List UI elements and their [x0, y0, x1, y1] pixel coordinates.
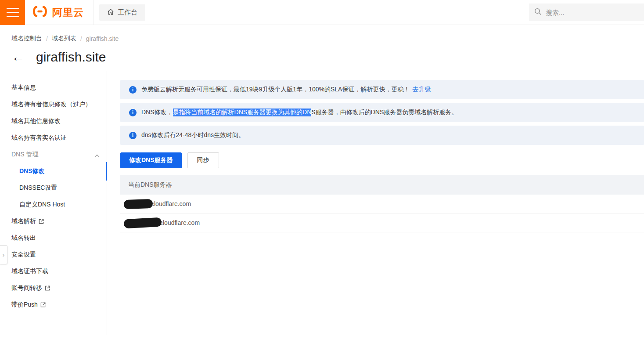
sidebar-item-account-transfer[interactable]: 账号间转移: [0, 280, 107, 297]
breadcrumb-domain-console[interactable]: 域名控制台: [11, 35, 42, 43]
sidebar-item-real-name-verification[interactable]: 域名持有者实名认证: [0, 130, 107, 146]
main-content: i 免费版云解析无服务可用性保证，最低19块9升级个人版1年，100%的SLA保…: [107, 71, 644, 335]
sidebar-item-domain-transfer-out[interactable]: 域名转出: [0, 230, 107, 246]
alert-text-selected: 是指将当前域名的解析DNS服务器更换为其他的DN: [173, 109, 312, 116]
breadcrumb-current: giraffish.site: [86, 35, 119, 42]
external-link-icon: [39, 219, 44, 224]
search-box[interactable]: [529, 4, 644, 21]
external-link-icon: [40, 302, 46, 307]
aliyun-logo[interactable]: 阿里云: [25, 0, 94, 25]
sidebar-item-label: 域名持有者信息修改（过户）: [11, 101, 91, 109]
sidebar-item-holder-info-transfer[interactable]: 域名持有者信息修改（过户）: [0, 96, 107, 113]
sync-button[interactable]: 同步: [187, 152, 219, 168]
content-area: 基本信息 域名持有者信息修改（过户） 域名其他信息修改 域名持有者实名认证 DN…: [0, 71, 644, 335]
back-arrow-icon[interactable]: ←: [11, 51, 25, 63]
sidebar-collapse-handle[interactable]: ›: [0, 245, 7, 264]
sidebar-item-dnssec-settings[interactable]: DNSSEC设置: [0, 180, 107, 196]
info-icon: i: [129, 132, 137, 139]
info-alert-upgrade: i 免费版云解析无服务可用性保证，最低19块9升级个人版1年，100%的SLA保…: [120, 80, 644, 99]
dns-server-value: cloudflare.com: [160, 219, 200, 226]
info-icon: i: [129, 109, 137, 116]
topbar: 阿里云 工作台: [0, 0, 644, 25]
sidebar-item-label: DNSSEC设置: [19, 184, 57, 192]
workbench-label: 工作台: [118, 8, 137, 17]
upgrade-link[interactable]: 去升级: [412, 86, 431, 94]
sidebar-item-price-push[interactable]: 带价Push: [0, 297, 107, 313]
aliyun-logo-icon: [31, 5, 49, 19]
sidebar-item-basic-info[interactable]: 基本信息: [0, 80, 107, 96]
search-icon: [534, 8, 542, 17]
sidebar-item-label: 域名解析: [11, 217, 36, 225]
redaction-mark: [124, 217, 162, 228]
hamburger-menu-icon[interactable]: [0, 0, 25, 25]
dns-server-value: cloudflare.com: [151, 200, 191, 207]
sidebar-group-dns-management[interactable]: DNS 管理: [0, 146, 107, 163]
sidebar-item-label: 域名其他信息修改: [11, 117, 61, 125]
sidebar-item-custom-dns-host[interactable]: 自定义DNS Host: [0, 196, 107, 213]
chevron-up-icon: [94, 152, 100, 159]
alert-text-prefix: DNS修改，: [141, 109, 173, 116]
sidebar-item-label: DNS修改: [19, 167, 45, 175]
dns-server-table: 当前DNS服务器 cloudflare.com cloudflare.com: [120, 175, 644, 232]
table-header-label: 当前DNS服务器: [128, 181, 172, 189]
brand-name: 阿里云: [52, 6, 84, 19]
page-title: giraffish.site: [36, 50, 106, 65]
chevron-right-icon: ›: [3, 252, 4, 258]
workbench-button[interactable]: 工作台: [99, 4, 145, 21]
sidebar-item-certificate-download[interactable]: 域名证书下载: [0, 263, 107, 280]
sidebar-item-label: 安全设置: [11, 251, 36, 259]
sidebar-item-label: 自定义DNS Host: [19, 201, 65, 209]
sidebar-item-label: 带价Push: [11, 301, 38, 309]
alert-text-suffix: S服务器，由修改后的DNS服务器负责域名解析服务。: [311, 109, 457, 116]
sidebar: 基本信息 域名持有者信息修改（过户） 域名其他信息修改 域名持有者实名认证 DN…: [0, 71, 107, 335]
table-row: cloudflare.com: [120, 195, 644, 213]
search-input[interactable]: [546, 9, 629, 16]
home-icon: [107, 8, 114, 17]
breadcrumb: 域名控制台 / 域名列表 / giraffish.site: [11, 35, 644, 43]
external-link-icon: [45, 286, 50, 291]
sidebar-item-dns-modify[interactable]: DNS修改: [0, 163, 107, 180]
sidebar-item-domain-resolution[interactable]: 域名解析: [0, 213, 107, 230]
sidebar-group-label: DNS 管理: [11, 151, 38, 159]
info-alert-dns-effective-time: i dns修改后有24-48小时dns生效时间。: [120, 126, 644, 145]
info-alert-dns-explain: i DNS修改， 是指将当前域名的解析DNS服务器更换为其他的DN S服务器，由…: [120, 103, 644, 122]
modify-dns-server-button[interactable]: 修改DNS服务器: [120, 152, 182, 168]
alert-text: dns修改后有24-48小时dns生效时间。: [141, 131, 245, 139]
alert-text: 免费版云解析无服务可用性保证，最低19块9升级个人版1年，100%的SLA保证，…: [141, 86, 410, 94]
sidebar-item-label: 域名转出: [11, 234, 36, 242]
sidebar-item-security-settings[interactable]: 安全设置: [0, 246, 107, 263]
breadcrumb-separator: /: [46, 35, 48, 42]
sidebar-item-label: 域名证书下载: [11, 268, 48, 275]
info-icon: i: [129, 86, 137, 94]
breadcrumb-separator: /: [80, 35, 82, 42]
table-row: cloudflare.com: [120, 213, 644, 232]
sidebar-item-other-info-modify[interactable]: 域名其他信息修改: [0, 113, 107, 130]
table-header: 当前DNS服务器: [120, 175, 644, 195]
breadcrumb-domain-list[interactable]: 域名列表: [52, 35, 76, 43]
redaction-mark: [124, 199, 153, 209]
action-buttons: 修改DNS服务器 同步: [120, 152, 644, 168]
sidebar-item-label: 账号间转移: [11, 284, 42, 292]
sidebar-item-label: 域名持有者实名认证: [11, 134, 67, 142]
page-title-row: ← giraffish.site: [11, 50, 644, 65]
sidebar-item-label: 基本信息: [11, 84, 36, 92]
